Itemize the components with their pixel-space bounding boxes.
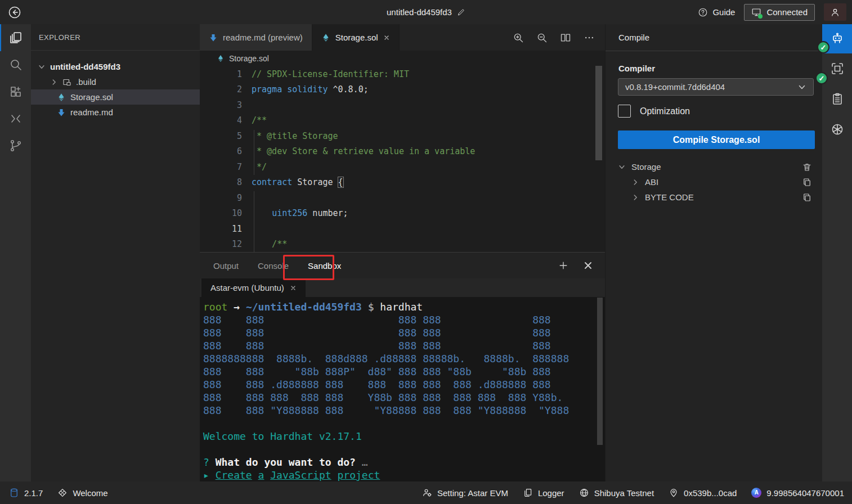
openai-icon: [831, 123, 844, 136]
copy-button[interactable]: [802, 192, 812, 202]
copy-button[interactable]: [802, 177, 812, 187]
collapse-icon: [9, 112, 23, 125]
terminal-line: 888 888 888 888 888 Y88b 888 888 888 888…: [203, 391, 605, 404]
activity-item-openai[interactable]: [822, 114, 852, 145]
editor-tab-readme-md-preview[interactable]: readme.md (preview): [200, 24, 312, 51]
artifact-row-abi[interactable]: ABI: [606, 174, 822, 190]
line-number: 7: [200, 162, 242, 172]
breadcrumb-label: Storage.sol: [229, 54, 269, 63]
code-text: */: [242, 162, 267, 172]
status-item-setting-astar-evm[interactable]: Setting: Astar EVM: [422, 488, 508, 498]
status-item-welcome[interactable]: Welcome: [57, 488, 107, 498]
split-editor-icon[interactable]: [560, 32, 571, 43]
activity-item-blocks-add[interactable]: [0, 78, 31, 105]
solidity-icon: [321, 33, 330, 42]
artifact-tree: Storage ABIBYTE CODE: [606, 159, 822, 205]
code-line: 4/**: [200, 113, 605, 129]
panel-tab-sandbox[interactable]: Sandbox: [304, 259, 344, 273]
status-item-label: 2.1.7: [24, 488, 43, 498]
terminal-scrollbar[interactable]: [597, 298, 603, 445]
tree-item-storage-sol[interactable]: Storage.sol: [31, 89, 200, 105]
rename-pencil-icon[interactable]: [457, 8, 465, 16]
editor-tab-storage-sol[interactable]: Storage.sol: [312, 24, 400, 51]
zoom-out-icon[interactable]: [536, 32, 548, 43]
line-number: 3: [200, 100, 242, 110]
line-number: 8: [200, 177, 242, 187]
status-bar: 2.1.7Welcome Setting: Astar EVMLoggerShi…: [0, 482, 852, 504]
code-editor[interactable]: 1// SPDX-License-Identifier: MIT2pragma …: [200, 66, 605, 252]
close-icon[interactable]: [290, 285, 297, 291]
line-number: 10: [200, 208, 242, 218]
line-number: 9: [200, 193, 242, 203]
tree-item-untitled-dd459fd3[interactable]: untitled-dd459fd3: [31, 59, 200, 74]
tab-label: readme.md (preview): [223, 33, 303, 42]
terminal-line: root → ~/untitled-dd459fd3 $ hardhat: [203, 300, 605, 313]
activity-item-clipboard[interactable]: [822, 84, 852, 114]
question-icon: [698, 7, 708, 17]
more-actions-icon[interactable]: [584, 32, 595, 43]
code-line: 8contract Storage {: [200, 175, 605, 191]
code-line: 12 /**: [200, 237, 605, 253]
status-item-2-1-7[interactable]: 2.1.7: [9, 488, 43, 498]
code-line: 10 uint256 number;: [200, 206, 605, 222]
line-number: 2: [200, 84, 242, 94]
terminal-tab-row: Astar-evm (Ubuntu): [200, 278, 605, 297]
tree-item-build[interactable]: .build: [31, 74, 200, 89]
status-bar-left: 2.1.7Welcome: [9, 488, 108, 498]
delete-artifact-button[interactable]: [802, 162, 812, 172]
activity-item-git-branch[interactable]: [0, 132, 31, 159]
activity-item-collapse[interactable]: [0, 105, 31, 132]
status-item-label: 9.998564047670001: [766, 488, 844, 498]
explorer-header-label: EXPLORER: [39, 33, 80, 42]
solidity-icon: [57, 93, 66, 102]
account-button[interactable]: [824, 3, 846, 21]
status-item-0x539b-0cad[interactable]: 0x539b...0cad: [669, 488, 737, 498]
right-activity-bar: [822, 24, 852, 482]
status-item-label: Welcome: [73, 488, 107, 498]
compiler-version-value: v0.8.19+commit.7dd6d404: [625, 82, 725, 92]
activity-item-search[interactable]: [0, 51, 31, 78]
editor-scrollbar[interactable]: [595, 66, 602, 160]
code-line: 3: [200, 97, 605, 113]
tree-item-label: untitled-dd459fd3: [50, 62, 120, 71]
code-text: contract Storage {: [242, 177, 343, 187]
artifact-storage-row[interactable]: Storage: [606, 159, 822, 174]
status-item-logger[interactable]: Logger: [523, 488, 564, 498]
line-number: 6: [200, 146, 242, 156]
code-text: * @dev Store & retrieve value in a varia…: [242, 146, 475, 156]
tree-item-readme-md[interactable]: readme.md: [31, 105, 200, 120]
zoom-in-icon[interactable]: [513, 32, 524, 43]
astar-icon: A: [751, 488, 761, 498]
line-number: 4: [200, 115, 242, 125]
panel-tab-output[interactable]: Output: [210, 259, 242, 273]
panel-tab-console[interactable]: Console: [254, 259, 292, 273]
guide-button[interactable]: Guide: [698, 7, 735, 17]
close-tab-icon[interactable]: [383, 34, 390, 41]
clipboard-icon: [831, 92, 844, 106]
tab-label: Storage.sol: [335, 33, 378, 42]
activity-item-files[interactable]: [0, 24, 31, 51]
terminal[interactable]: root → ~/untitled-dd459fd3 $ hardhat888 …: [200, 297, 605, 482]
connected-button[interactable]: Connected: [744, 4, 815, 21]
compile-button[interactable]: Compile Storage.sol: [618, 130, 815, 149]
close-panel-button[interactable]: [582, 260, 594, 271]
new-terminal-button[interactable]: [558, 260, 569, 271]
status-item-9-998564047670001[interactable]: A9.998564047670001: [751, 488, 844, 498]
compile-panel-header: Compile: [606, 24, 822, 51]
status-item-label: Setting: Astar EVM: [437, 488, 508, 498]
tree-item-label: Storage.sol: [70, 92, 113, 102]
compiler-version-select[interactable]: v0.8.19+commit.7dd6d404: [618, 78, 814, 96]
terminal-line: [203, 417, 605, 430]
compile-panel-title: Compile: [618, 33, 649, 42]
folder-build-icon: [62, 78, 71, 87]
panel-actions: [558, 260, 605, 271]
terminal-line: 888 888 888 888 888: [203, 339, 605, 352]
status-item-shibuya-testnet[interactable]: Shibuya Testnet: [579, 488, 654, 498]
chevron-right-icon: [50, 78, 58, 86]
file-tree: untitled-dd459fd3.buildStorage.solreadme…: [31, 59, 200, 120]
chevron-right-icon: [631, 194, 639, 201]
optimization-checkbox[interactable]: [618, 105, 631, 118]
artifact-row-byte-code[interactable]: BYTE CODE: [606, 190, 822, 205]
terminal-tab-astar-evm[interactable]: Astar-evm (Ubuntu): [201, 278, 306, 297]
code-text: * @title Storage: [242, 131, 338, 141]
